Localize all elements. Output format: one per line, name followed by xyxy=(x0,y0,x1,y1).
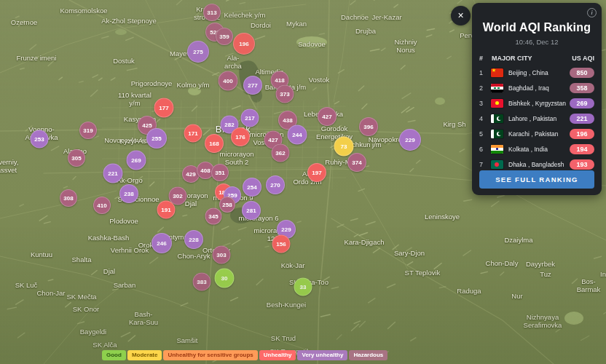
aqi-badge: 358 xyxy=(570,83,594,93)
aqi-marker[interactable]: 277 xyxy=(243,76,262,95)
column-rank: # xyxy=(479,55,491,62)
aqi-badge: 269 xyxy=(570,98,594,108)
city-name: Baghdad , Iraq xyxy=(508,84,570,92)
aqi-marker[interactable]: 359 xyxy=(216,28,233,45)
rank-number: 5 xyxy=(479,130,491,138)
ranking-row[interactable]: 3Bishkek , Kyrgyzstan269 xyxy=(479,95,594,111)
city-name: Dhaka , Bangladesh xyxy=(508,161,570,168)
flag-icon-in xyxy=(491,145,503,154)
aqi-badge: 221 xyxy=(570,114,594,124)
aqi-marker[interactable]: 400 xyxy=(219,71,238,91)
ranking-row[interactable]: 6Kolkata , India194 xyxy=(479,141,594,157)
legend-item-hazardous: Hazardous xyxy=(349,350,387,360)
aqi-marker[interactable]: 427 xyxy=(318,107,337,126)
aqi-marker[interactable]: 313 xyxy=(203,4,221,21)
legend-item-unhealthy-for-sensitive-groups: Unhealthy for sensitive groups xyxy=(163,350,257,360)
panel-title: World AQI Ranking xyxy=(472,21,602,34)
panel-timestamp: 10:46, Dec 12 xyxy=(472,38,602,46)
aqi-marker[interactable]: 217 xyxy=(241,109,259,127)
close-panel-button[interactable]: × xyxy=(451,6,471,25)
ranking-row[interactable]: 5Karachi , Pakistan196 xyxy=(479,126,594,141)
city-name: Beijing , China xyxy=(508,69,570,76)
aqi-marker[interactable]: 238 xyxy=(119,184,138,203)
aqi-marker[interactable]: 254 xyxy=(243,178,261,197)
aqi-marker[interactable]: 191 xyxy=(157,201,176,219)
aqi-marker[interactable]: 362 xyxy=(272,144,290,162)
aqi-marker[interactable]: 246 xyxy=(152,233,172,253)
aqi-marker[interactable]: 221 xyxy=(103,164,123,183)
legend-item-good: Good xyxy=(102,350,126,360)
rank-number: 2 xyxy=(479,84,491,92)
rank-number: 3 xyxy=(479,100,491,107)
aqi-marker[interactable]: 396 xyxy=(359,117,378,136)
aqi-marker[interactable]: 176 xyxy=(231,127,250,146)
world-aqi-ranking-panel: i World AQI Ranking 10:46, Dec 12 # MAJO… xyxy=(472,3,602,195)
flag-icon-bd xyxy=(491,160,503,169)
aqi-marker[interactable]: 177 xyxy=(154,98,174,118)
aqi-marker[interactable]: 319 xyxy=(79,122,97,139)
rank-number: 1 xyxy=(479,69,491,76)
aqi-marker[interactable]: 410 xyxy=(93,197,111,214)
city-name: Bishkek , Kyrgyzstan xyxy=(508,100,570,107)
aqi-marker[interactable]: 253 xyxy=(31,130,49,149)
aqi-marker[interactable]: 244 xyxy=(288,125,307,145)
aqi-marker[interactable]: 73 xyxy=(334,137,354,157)
aqi-marker[interactable]: 281 xyxy=(242,201,261,220)
aqi-marker[interactable]: 383 xyxy=(193,273,211,291)
aqi-marker[interactable]: 197 xyxy=(307,163,326,182)
column-city: MAJOR CITY xyxy=(492,55,572,62)
aqi-marker[interactable]: 303 xyxy=(213,246,231,264)
aqi-badge: 194 xyxy=(570,144,594,154)
aqi-marker[interactable]: 351 xyxy=(211,164,229,181)
aqi-badge: 193 xyxy=(570,159,594,170)
aqi-badge: 196 xyxy=(570,129,594,139)
aqi-badge: 850 xyxy=(570,68,594,78)
aqi-marker[interactable]: 228 xyxy=(184,230,203,249)
aqi-legend: GoodModerateUnhealthy for sensitive grou… xyxy=(102,350,387,360)
info-icon[interactable]: i xyxy=(587,8,597,17)
city-name: Karachi , Pakistan xyxy=(508,130,570,138)
legend-item-unhealthy: Unhealthy xyxy=(259,350,296,360)
flag-icon-iq xyxy=(491,84,503,92)
legend-item-moderate: Moderate xyxy=(127,350,162,360)
aqi-marker[interactable]: 255 xyxy=(146,128,167,149)
aqi-marker[interactable]: 269 xyxy=(127,151,146,170)
aqi-marker[interactable]: 305 xyxy=(68,149,85,167)
aqi-marker[interactable]: 308 xyxy=(60,189,77,207)
rank-number: 6 xyxy=(479,146,491,153)
ranking-header-row: # MAJOR CITY US AQI xyxy=(479,55,594,62)
ranking-row[interactable]: 4Lahore , Pakistan221 xyxy=(479,111,594,126)
aqi-marker[interactable]: 270 xyxy=(266,175,285,194)
city-name: Kolkata , India xyxy=(508,146,570,153)
aqi-marker[interactable]: 345 xyxy=(205,208,222,225)
aqi-marker[interactable]: 196 xyxy=(233,33,255,55)
city-name: Lahore , Pakistan xyxy=(508,115,570,122)
flag-icon-kg xyxy=(491,99,503,108)
aqi-marker[interactable]: 373 xyxy=(276,85,294,103)
flag-icon-pk xyxy=(491,114,503,123)
legend-item-very-unhealthy: Very unhealthy xyxy=(297,350,347,360)
ranking-row[interactable]: 2Baghdad , Iraq358 xyxy=(479,80,594,95)
ranking-row[interactable]: 7Dhaka , Bangladesh193 xyxy=(479,157,594,172)
aqi-marker[interactable]: 33 xyxy=(294,278,312,296)
aqi-marker[interactable]: 374 xyxy=(347,153,366,172)
flag-icon-pk xyxy=(491,130,503,138)
rank-number: 4 xyxy=(479,115,491,122)
column-aqi: US AQI xyxy=(572,55,594,62)
aqi-marker[interactable]: 275 xyxy=(187,41,209,63)
ranking-row[interactable]: 1Beijing , China850 xyxy=(479,65,594,80)
see-full-ranking-button[interactable]: SEE FULL RANKING xyxy=(479,170,594,189)
aqi-marker[interactable]: 229 xyxy=(399,129,421,151)
rank-number: 7 xyxy=(479,161,491,168)
aqi-marker[interactable]: 30 xyxy=(215,269,235,288)
close-icon: × xyxy=(457,9,463,21)
aqi-marker[interactable]: 258 xyxy=(219,197,235,213)
aqi-marker[interactable]: 168 xyxy=(205,134,224,153)
flag-icon-cn xyxy=(491,68,503,77)
aqi-marker[interactable]: 171 xyxy=(184,124,202,143)
aqi-marker[interactable]: 156 xyxy=(272,235,291,253)
